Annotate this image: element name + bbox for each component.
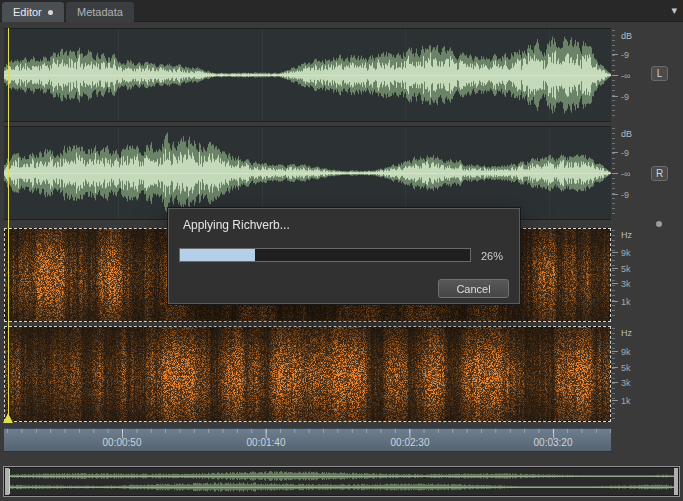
modified-indicator-dot	[48, 10, 53, 15]
progress-dialog: Applying Richverb... 26% Cancel	[168, 208, 520, 304]
panel-menu-icon[interactable]: ▾	[671, 4, 677, 17]
ruler-tick-label: -9	[621, 92, 629, 102]
ruler-unit-label: Hz	[621, 230, 632, 240]
tab-metadata-label: Metadata	[77, 6, 123, 18]
ruler-tick-label: -9	[621, 190, 629, 200]
channel-button-right[interactable]: R	[651, 166, 668, 181]
ruler-minor-ticks	[612, 230, 615, 320]
ruler-tick	[612, 268, 618, 269]
timecode-label: 00:03:20	[534, 437, 573, 448]
ruler-tick	[612, 152, 618, 153]
progress-bar-fill	[180, 249, 255, 261]
ruler-tick-label: -9	[621, 50, 629, 60]
progress-percent-label: 26%	[481, 250, 503, 262]
tab-editor[interactable]: Editor	[2, 2, 64, 22]
waveform-panel-right-channel	[4, 126, 611, 220]
progress-bar	[179, 248, 471, 262]
waveform-canvas-right[interactable]	[4, 127, 611, 219]
tab-editor-label: Editor	[13, 6, 42, 18]
playhead-handle[interactable]	[3, 413, 13, 423]
tab-bar: Editor Metadata ▾	[0, 0, 683, 22]
ruler-tick-label: 3k	[621, 279, 631, 289]
ruler-tick-label: 5k	[621, 264, 631, 274]
spectrogram-panel-right-channel	[4, 326, 611, 422]
ruler-tick	[612, 400, 618, 401]
waveform-canvas-left[interactable]	[4, 29, 611, 121]
panel-splitter-handle[interactable]	[656, 221, 662, 227]
navigator-right-handle[interactable]	[674, 468, 678, 495]
ruler-tick-label: -∞	[621, 169, 630, 179]
ruler-tick-label: -9	[621, 148, 629, 158]
ruler-tick	[612, 194, 618, 195]
cancel-button[interactable]: Cancel	[438, 279, 509, 298]
ruler-tick	[612, 54, 618, 55]
timecode-label: 00:02:30	[391, 437, 430, 448]
spectrogram-canvas-right[interactable]	[5, 327, 610, 421]
ruler-tick-label: 1k	[621, 297, 631, 307]
ruler-tick	[612, 301, 618, 302]
ruler-unit-label: dB	[621, 31, 632, 41]
progress-dialog-title: Applying Richverb...	[183, 218, 290, 232]
ruler-tick	[612, 367, 618, 368]
navigator-waveform[interactable]	[6, 469, 677, 494]
ruler-tick	[612, 252, 618, 253]
ruler-tick-label: -∞	[621, 71, 630, 81]
playhead-line[interactable]	[8, 28, 9, 422]
ruler-tick	[612, 283, 618, 284]
amplitude-ruler-left[interactable]: dB -9 -∞ -9	[611, 28, 683, 122]
ruler-tick	[612, 96, 618, 97]
ruler-unit-label: dB	[621, 129, 632, 139]
ruler-tick-label: 1k	[621, 396, 631, 406]
timeline-ruler[interactable]: 00:00:50 00:01:40 00:02:30 00:03:20	[4, 428, 611, 452]
frequency-ruler-right[interactable]: Hz 9k 5k 3k 1k	[611, 326, 683, 422]
ruler-tick	[612, 173, 618, 174]
waveform-panel-left-channel	[4, 28, 611, 122]
frequency-ruler-left[interactable]: Hz 9k 5k 3k 1k	[611, 228, 683, 322]
ruler-tick-label: 3k	[621, 378, 631, 388]
ruler-tick-label: 9k	[621, 248, 631, 258]
ruler-tick-label: 5k	[621, 363, 631, 373]
audio-editor-window: Editor Metadata ▾ dB -9 -∞ -9 dB -9	[0, 0, 683, 501]
ruler-tick-label: 9k	[621, 347, 631, 357]
ruler-unit-label: Hz	[621, 328, 632, 338]
timecode-label: 00:00:50	[103, 437, 142, 448]
channel-button-left[interactable]: L	[651, 66, 668, 81]
timecode-label: 00:01:40	[247, 437, 286, 448]
ruler-minor-ticks	[612, 328, 615, 420]
ruler-tick	[612, 75, 618, 76]
navigator-playhead	[9, 469, 10, 494]
tab-metadata[interactable]: Metadata	[66, 2, 134, 22]
amplitude-ruler-right[interactable]: dB -9 -∞ -9	[611, 126, 683, 220]
zoom-navigator[interactable]	[3, 466, 680, 497]
ruler-tick	[612, 351, 618, 352]
ruler-tick	[612, 382, 618, 383]
